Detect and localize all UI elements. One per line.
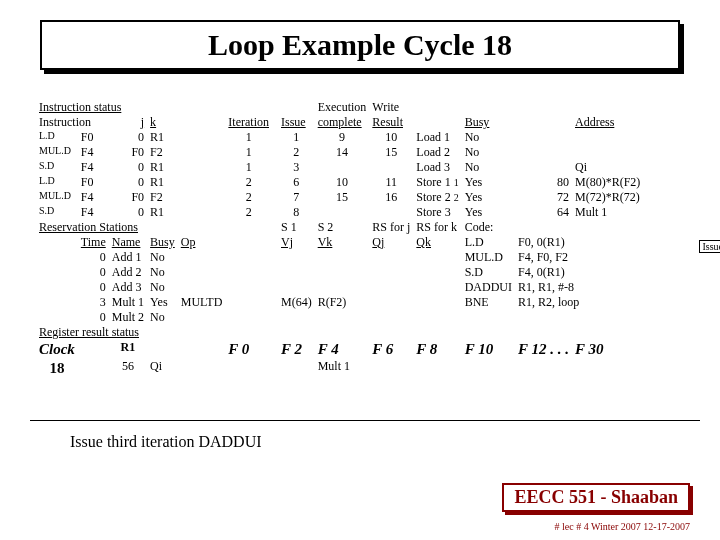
separator-line <box>30 420 700 421</box>
header-write-bot: Result <box>369 115 413 130</box>
register-values: 18 56 Qi Mult 1 <box>36 359 643 378</box>
header-k: k <box>147 115 178 130</box>
header-exec-bot: complete <box>315 115 370 130</box>
instr-row: L.DF00R111910Load 1No <box>36 130 643 145</box>
rs-row: 0Add 1NoMUL.DF4, F0, F2 <box>36 250 643 265</box>
header-j: j <box>109 115 147 130</box>
rs-row: 3Mult 1YesMULTDM(64)R(F2)BNER1, R2, loop <box>36 295 643 310</box>
header-instr-status: Instruction status <box>36 100 178 115</box>
rs-title: Reservation Stations <box>36 220 178 235</box>
issue-callout: Issue <box>699 240 720 253</box>
header-write-top: Write <box>369 100 413 115</box>
rs-row: 0Add 2NoS.DF4, 0(R1) <box>36 265 643 280</box>
instr-row: L.DF00R1261011Store 1 1Yes80M(80)*R(F2) <box>36 175 643 190</box>
register-row: Clock R1 F 0 F 2 F 4 F 6 F 8 F 10 F 12 .… <box>36 340 643 359</box>
instr-row: MUL.DF4F0F2271516Store 2 2Yes72M(72)*R(7… <box>36 190 643 205</box>
slide-title-box: Loop Example Cycle 18 <box>40 20 680 70</box>
instr-row: S.DF40R128Store 3Yes64Mult 1 <box>36 205 643 220</box>
reg-status-title: Register result status <box>36 325 225 340</box>
instr-row: S.DF40R113Load 3NoQi <box>36 160 643 175</box>
rs-row: 0Add 3NoDADDUIR1, R1, #-8 <box>36 280 643 295</box>
slide-note: Issue third iteration DADDUI <box>70 433 262 451</box>
header-exec-top: Execution <box>315 100 370 115</box>
instruction-status-table: Instruction status Execution Write Instr… <box>36 100 643 378</box>
header-iter: Iteration <box>225 115 272 130</box>
instr-row: MUL.DF4F0F2121415Load 2No <box>36 145 643 160</box>
course-footer: EECC 551 - Shaaban <box>502 483 690 512</box>
slide-title: Loop Example Cycle 18 <box>208 28 512 61</box>
header-instr: Instruction <box>36 115 109 130</box>
clock-value: 18 <box>36 359 78 378</box>
code-title: Code: <box>462 220 644 235</box>
header-address: Address <box>572 115 643 130</box>
date-footer: # lec # 4 Winter 2007 12-17-2007 <box>555 521 691 532</box>
clock-label: Clock <box>36 340 78 359</box>
header-busy: Busy <box>462 115 515 130</box>
header-issue: Issue <box>278 115 315 130</box>
rs-row: 0Mult 2No <box>36 310 643 325</box>
content-area: Instruction status Execution Write Instr… <box>36 100 694 378</box>
